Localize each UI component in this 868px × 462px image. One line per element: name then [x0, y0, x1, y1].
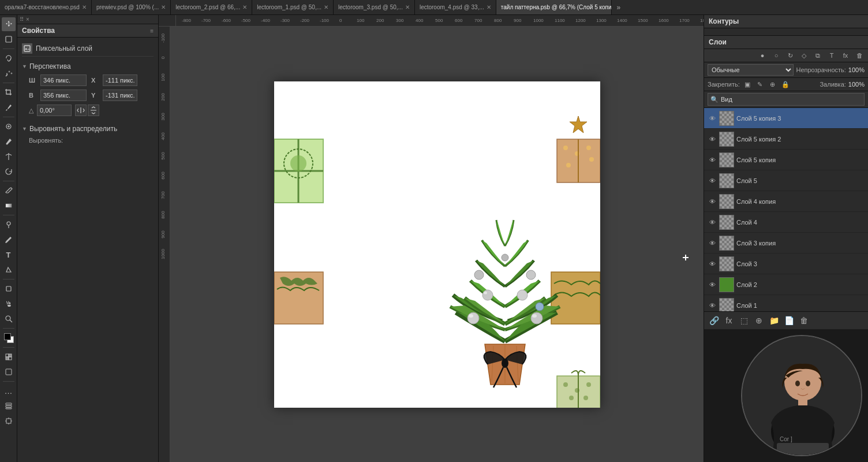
angle-icon: △: [29, 107, 33, 114]
layer-visibility-8[interactable]: 👁: [708, 259, 717, 269]
crop-tool[interactable]: [2, 85, 16, 99]
layer-visibility-3[interactable]: 👁: [708, 155, 717, 165]
tab-overflow-button[interactable]: »: [612, 3, 626, 12]
move-tool[interactable]: [2, 17, 16, 31]
path-select-tool[interactable]: [2, 263, 16, 277]
layer-visibility-1[interactable]: 👁: [708, 114, 717, 123]
type-tool[interactable]: T: [2, 248, 16, 262]
layer-visibility-9[interactable]: 👁: [708, 280, 717, 289]
x-input[interactable]: [103, 74, 137, 86]
rotate-icon[interactable]: ↻: [785, 50, 795, 61]
flip-v-btn[interactable]: [88, 105, 99, 116]
lasso-tool[interactable]: [2, 51, 16, 65]
shape-tool[interactable]: [2, 282, 16, 296]
tab-close-6[interactable]: ✕: [487, 4, 491, 10]
tab-bar: оралка7-восстановлено.psd ✕ prewiev.psd …: [0, 0, 868, 15]
y-input[interactable]: [103, 90, 137, 101]
svg-point-92: [563, 382, 568, 387]
duplicate-icon[interactable]: ⧉: [813, 50, 823, 61]
perspective-section[interactable]: ▼ Перспектива: [22, 60, 154, 73]
properties-panel-header[interactable]: Свойства ≡: [17, 24, 158, 38]
link-layers-btn[interactable]: 🔗: [708, 314, 720, 327]
svg-text:1000: 1000: [160, 249, 166, 259]
layers-search-input[interactable]: [719, 94, 862, 105]
layer-comps[interactable]: [2, 399, 16, 413]
add-adjustment-btn[interactable]: ⊕: [753, 314, 765, 327]
delete-layer-btn[interactable]: 🗑: [798, 314, 810, 327]
flip-h-btn[interactable]: [75, 105, 87, 116]
magic-wand-tool[interactable]: [2, 66, 16, 80]
tab-2[interactable]: prewiev.psd @ 100% (... ✕: [92, 0, 171, 14]
add-mask-btn[interactable]: ⬚: [738, 314, 750, 327]
eraser-tool[interactable]: [2, 184, 16, 198]
lock-artboard-btn[interactable]: ⊕: [768, 79, 778, 90]
height-input[interactable]: [40, 90, 87, 101]
dodge-tool[interactable]: [2, 218, 16, 232]
layer-name-9: Слой 2: [736, 281, 865, 288]
eyedropper-tool[interactable]: [2, 100, 16, 114]
layer-thumb-6: [719, 215, 734, 230]
layer-item-sloy3[interactable]: 👁 Слой 3: [704, 254, 868, 274]
layer-item-sloy5k2[interactable]: 👁 Слой 5 копия 2: [704, 129, 868, 150]
history-brush-tool[interactable]: [2, 165, 16, 178]
new-layer-btn[interactable]: 📄: [783, 314, 795, 327]
layer-visibility-4[interactable]: 👁: [708, 176, 717, 185]
layer-item-sloy4k[interactable]: 👁 Слой 4 копия: [704, 191, 868, 212]
select-tool[interactable]: [2, 32, 16, 46]
tab-1[interactable]: оралка7-восстановлено.psd ✕: [0, 0, 92, 14]
tab-close-5[interactable]: ✕: [405, 4, 410, 10]
layer-visibility-10[interactable]: 👁: [708, 301, 717, 310]
gradient-tool[interactable]: [2, 199, 16, 213]
properties-menu-btn[interactable]: ≡: [150, 28, 154, 34]
layer-item-sloy5k3[interactable]: 👁 Слой 5 копия 3: [704, 108, 868, 129]
lock-pixels-btn[interactable]: ▣: [742, 79, 753, 90]
layer-item-sloy5k[interactable]: 👁 Слой 5 копия: [704, 150, 868, 170]
extra-tools[interactable]: …: [2, 384, 16, 398]
canvas-area[interactable]: [170, 27, 704, 462]
layer-visibility-7[interactable]: 👁: [708, 239, 717, 248]
properties-content: Пиксельный слой ▼ Перспектива Ш X В Y: [17, 38, 158, 149]
quick-mask-tool[interactable]: [2, 350, 16, 364]
create-fill-icon[interactable]: ○: [771, 50, 781, 61]
clone-stamp-tool[interactable]: [2, 150, 16, 163]
angle-input[interactable]: [37, 105, 72, 116]
tab-close-3[interactable]: ✕: [242, 4, 247, 10]
tab-close-4[interactable]: ✕: [324, 4, 328, 10]
transform-icon[interactable]: ◇: [799, 50, 809, 61]
create-group-icon[interactable]: ●: [757, 50, 768, 61]
tab-3[interactable]: lectoroom_2.psd @ 66,... ✕: [171, 0, 252, 14]
layer-visibility-6[interactable]: 👁: [708, 218, 717, 227]
screen-mode-tool[interactable]: [2, 365, 16, 379]
add-style-btn[interactable]: fx: [723, 314, 735, 327]
link-icon-btn[interactable]: T: [826, 50, 837, 61]
lock-position-btn[interactable]: ✎: [755, 79, 765, 90]
hand-tool[interactable]: [2, 297, 16, 311]
tab-6[interactable]: lectoroom_4.psd @ 33,... ✕: [415, 0, 496, 14]
toolbar-separator-3: [3, 117, 14, 117]
layer-item-sloy1[interactable]: 👁 Слой 1: [704, 295, 868, 311]
layer-item-sloy4[interactable]: 👁 Слой 4: [704, 212, 868, 233]
brush-tool[interactable]: [2, 135, 16, 148]
fx-icon[interactable]: fx: [840, 50, 851, 61]
tab-close-1[interactable]: ✕: [82, 4, 87, 10]
delete-layer-icon[interactable]: 🗑: [854, 50, 865, 61]
layer-visibility-5[interactable]: 👁: [708, 197, 717, 206]
new-group-btn[interactable]: 📁: [768, 314, 780, 327]
tab-5[interactable]: lectoroom_3.psd @ 50,... ✕: [334, 0, 415, 14]
tab-7[interactable]: тайл паттерна.psb @ 66,7% (Слой 5 копия …: [496, 0, 612, 14]
layer-item-sloy3k[interactable]: 👁 Слой 3 копия: [704, 233, 868, 254]
pen-tool[interactable]: [2, 233, 16, 247]
tab-close-2[interactable]: ✕: [161, 4, 166, 10]
layer-item-sloy2[interactable]: 👁 Слой 2: [704, 274, 868, 295]
align-section[interactable]: ▼ Выровнять и распределить: [22, 122, 154, 135]
lock-all-btn[interactable]: 🔒: [780, 79, 791, 90]
artboard-tool[interactable]: [2, 414, 16, 428]
width-input[interactable]: [40, 74, 87, 86]
layer-visibility-2[interactable]: 👁: [708, 135, 717, 144]
tab-4[interactable]: lectoroom_1.psd @ 50,... ✕: [252, 0, 334, 14]
zoom-tool[interactable]: [2, 312, 16, 326]
layer-item-sloy5[interactable]: 👁 Слой 5: [704, 170, 868, 191]
foreground-color[interactable]: [2, 331, 16, 345]
spot-healing-tool[interactable]: [2, 120, 16, 133]
blend-mode-select[interactable]: Обычные Умножение Экран Перекрытие: [708, 64, 794, 76]
